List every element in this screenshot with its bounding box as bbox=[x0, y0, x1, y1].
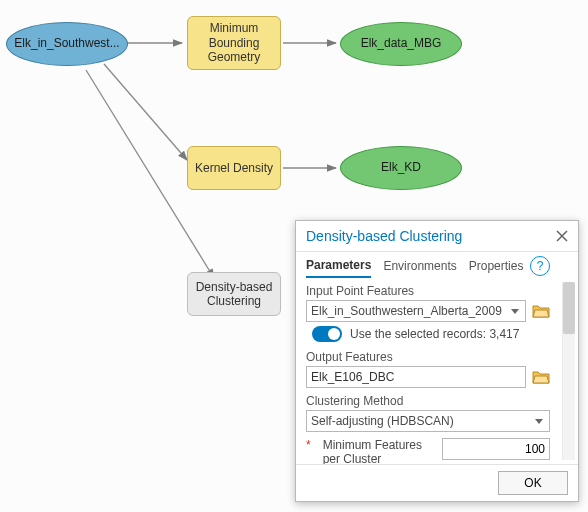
min-features-label: Minimum Features per Cluster bbox=[323, 438, 434, 464]
browse-output-icon[interactable] bbox=[532, 369, 550, 385]
help-icon[interactable]: ? bbox=[530, 256, 550, 276]
clustering-method-value: Self-adjusting (HDBSCAN) bbox=[311, 414, 454, 428]
dialog-title: Density-based Clustering bbox=[306, 228, 462, 244]
tool-dialog: Density-based Clustering Parameters Envi… bbox=[295, 220, 579, 502]
node-mbg-output[interactable]: Elk_data_MBG bbox=[340, 22, 462, 66]
node-label: Kernel Density bbox=[195, 161, 273, 175]
dialog-footer: OK bbox=[296, 464, 578, 501]
output-features-input[interactable] bbox=[306, 366, 526, 388]
node-kd-output[interactable]: Elk_KD bbox=[340, 146, 462, 190]
min-features-input[interactable] bbox=[442, 438, 550, 460]
clustering-method-select[interactable]: Self-adjusting (HDBSCAN) bbox=[306, 410, 550, 432]
node-label: Elk_in_Southwest... bbox=[14, 37, 119, 51]
node-mbg-tool[interactable]: Minimum Bounding Geometry bbox=[187, 16, 281, 70]
tab-parameters[interactable]: Parameters bbox=[306, 258, 371, 278]
dialog-header: Density-based Clustering bbox=[296, 221, 578, 252]
input-features-select[interactable]: Elk_in_Southwestern_Alberta_2009 bbox=[306, 300, 526, 322]
node-kd-tool[interactable]: Kernel Density bbox=[187, 146, 281, 190]
input-features-label: Input Point Features bbox=[306, 284, 550, 298]
tab-properties[interactable]: Properties bbox=[469, 259, 524, 277]
dialog-tabs: Parameters Environments Properties ? bbox=[296, 252, 578, 278]
clustering-method-label: Clustering Method bbox=[306, 394, 550, 408]
input-features-value: Elk_in_Southwestern_Alberta_2009 bbox=[311, 304, 502, 318]
use-selected-label: Use the selected records: 3,417 bbox=[350, 327, 519, 341]
ok-button[interactable]: OK bbox=[498, 471, 568, 495]
node-label: Elk_data_MBG bbox=[361, 37, 442, 51]
output-features-label: Output Features bbox=[306, 350, 550, 364]
browse-input-icon[interactable] bbox=[532, 303, 550, 319]
dialog-body: Input Point Features Elk_in_Southwestern… bbox=[296, 278, 578, 464]
node-dbc-tool[interactable]: Density-based Clustering bbox=[187, 272, 281, 316]
node-label: Density-based Clustering bbox=[194, 280, 274, 309]
node-input-data[interactable]: Elk_in_Southwest... bbox=[6, 22, 128, 66]
scrollbar-thumb[interactable] bbox=[563, 282, 575, 334]
required-asterisk: * bbox=[306, 438, 311, 452]
tab-environments[interactable]: Environments bbox=[383, 259, 456, 277]
close-icon[interactable] bbox=[554, 228, 570, 244]
use-selected-toggle[interactable] bbox=[312, 326, 342, 342]
node-label: Minimum Bounding Geometry bbox=[194, 21, 274, 64]
svg-line-2 bbox=[104, 64, 187, 160]
node-label: Elk_KD bbox=[381, 161, 421, 175]
